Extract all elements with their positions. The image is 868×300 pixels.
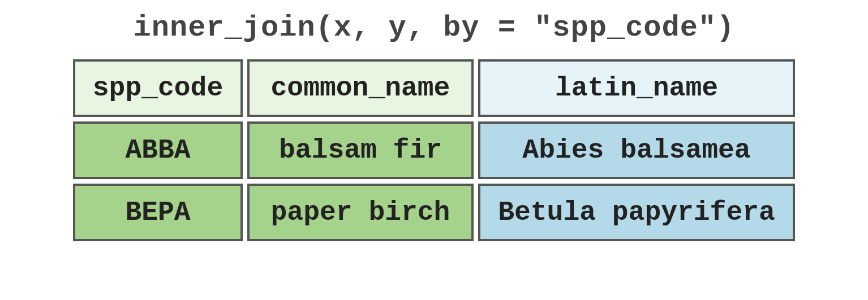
- cell-spp-code: BEPA: [73, 184, 243, 241]
- table-row: ABBA balsam fir Abies balsamea: [73, 121, 795, 179]
- table-header-row: spp_code common_name latin_name: [73, 59, 795, 117]
- cell-common-name: paper birch: [247, 184, 474, 241]
- cell-latin-name: Betula papyrifera: [478, 184, 795, 241]
- header-spp-code: spp_code: [73, 59, 243, 117]
- cell-latin-name: Abies balsamea: [478, 121, 795, 179]
- code-title: inner_join(x, y, by = "spp_code"): [134, 11, 735, 45]
- result-table: spp_code common_name latin_name ABBA bal…: [68, 55, 800, 246]
- cell-spp-code: ABBA: [73, 121, 243, 179]
- header-latin-name: latin_name: [478, 59, 795, 117]
- header-common-name: common_name: [247, 59, 474, 117]
- table-row: BEPA paper birch Betula papyrifera: [73, 184, 795, 241]
- cell-common-name: balsam fir: [247, 121, 474, 179]
